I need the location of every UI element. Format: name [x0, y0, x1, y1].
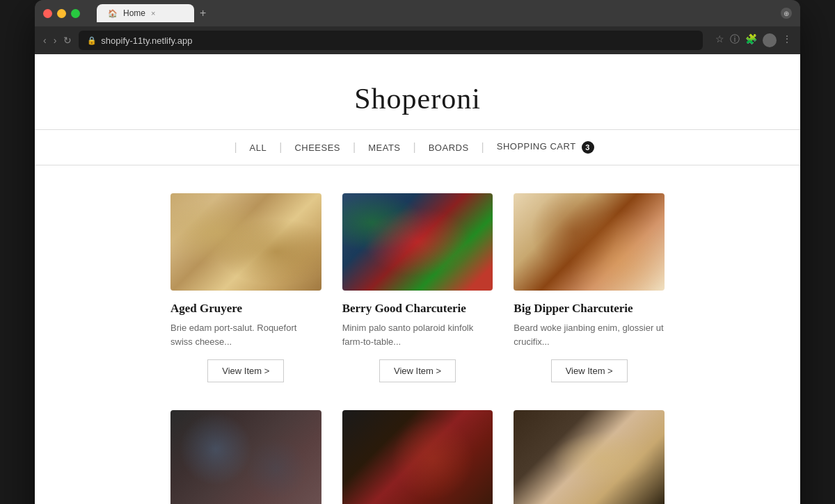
- maximize-button[interactable]: [71, 9, 80, 18]
- site-title: Shoperoni: [35, 82, 800, 115]
- bookmark-icon[interactable]: ☆: [715, 33, 724, 47]
- nav-separator: |: [482, 141, 484, 154]
- product-card: Classic SalamiTraditional cured salami w…: [342, 410, 493, 504]
- extension-puzzle-icon[interactable]: 🧩: [745, 33, 757, 47]
- nav-separator: |: [413, 141, 416, 154]
- nav-separator: |: [279, 141, 282, 154]
- menu-icon[interactable]: ⋮: [782, 33, 792, 47]
- site-header: Shoperoni: [35, 54, 800, 129]
- product-card: Berry Good CharcuterieMinim palo santo p…: [342, 193, 493, 382]
- product-description: Minim palo santo polaroid kinfolk farm-t…: [342, 321, 493, 348]
- product-description: Beard woke jianbing enim, glossier ut cr…: [514, 321, 665, 348]
- nav-item-cheeses[interactable]: CHEESES: [285, 140, 350, 156]
- nav-separator: |: [234, 141, 237, 154]
- browser-window: 🏠 Home × + ⊕ ‹ › ↻ 🔒 shopify-11ty.netlif…: [35, 0, 800, 504]
- product-name: Aged Gruyere: [170, 302, 321, 316]
- nav-separator: |: [353, 141, 356, 154]
- products-grid: Aged GruyereBrie edam port-salut. Roquef…: [87, 165, 748, 504]
- tab-favicon: 🏠: [108, 9, 118, 18]
- product-card: Blue Cheese BoardArtisan blue cheese wit…: [170, 410, 321, 504]
- product-card: Aged GruyereBrie edam port-salut. Roquef…: [170, 193, 321, 382]
- view-item-button[interactable]: View Item >: [207, 359, 284, 382]
- url-bar: ‹ › ↻ 🔒 shopify-11ty.netlify.app ☆ ⓘ 🧩 ⋮: [35, 26, 800, 54]
- page-content: Shoperoni | ALL | CHEESES | MEATS | BOAR…: [35, 54, 800, 504]
- product-image: [342, 193, 493, 291]
- address-bar[interactable]: 🔒 shopify-11ty.netlify.app: [79, 31, 703, 50]
- product-image: [170, 410, 321, 504]
- new-tab-button[interactable]: +: [200, 7, 206, 19]
- nav-item-shopping-cart[interactable]: SHOPPING CART 3: [487, 138, 604, 156]
- url-text: shopify-11ty.netlify.app: [101, 35, 192, 46]
- cart-badge: 3: [582, 141, 594, 154]
- product-image: [342, 410, 493, 504]
- product-name: Big Dipper Charcuterie: [514, 302, 665, 316]
- navigation: | ALL | CHEESES | MEATS | BOARDS | SHOPP…: [35, 129, 800, 165]
- nav-item-meats[interactable]: MEATS: [358, 140, 410, 156]
- product-card: Cheese & CrackersPremium crackers with a…: [514, 410, 665, 504]
- minimize-button[interactable]: [57, 9, 66, 18]
- product-image: [514, 410, 665, 504]
- tab-close-button[interactable]: ×: [151, 9, 155, 17]
- extension-icon[interactable]: ⊕: [781, 8, 792, 19]
- back-button[interactable]: ‹: [43, 35, 47, 46]
- product-image: [514, 193, 665, 291]
- browser-toolbar: ☆ ⓘ 🧩 ⋮: [715, 33, 792, 47]
- traffic-lights: [43, 9, 80, 18]
- nav-item-all[interactable]: ALL: [240, 140, 277, 156]
- tab-bar: 🏠 Home × +: [97, 4, 775, 22]
- tab-title: Home: [123, 8, 145, 18]
- product-image: [170, 193, 321, 291]
- product-description: Brie edam port-salut. Roquefort swiss ch…: [170, 321, 321, 348]
- view-item-button[interactable]: View Item >: [379, 359, 456, 382]
- title-bar: 🏠 Home × + ⊕: [35, 0, 800, 26]
- close-button[interactable]: [43, 9, 52, 18]
- product-name: Berry Good Charcuterie: [342, 302, 493, 316]
- profile-avatar[interactable]: [763, 33, 777, 47]
- browser-tab[interactable]: 🏠 Home ×: [97, 4, 194, 22]
- info-icon[interactable]: ⓘ: [730, 33, 740, 47]
- lock-icon: 🔒: [87, 36, 97, 45]
- forward-button[interactable]: ›: [54, 35, 57, 46]
- nav-item-boards[interactable]: BOARDS: [419, 140, 479, 156]
- product-card: Big Dipper CharcuterieBeard woke jianbin…: [514, 193, 665, 382]
- title-bar-icons: ⊕: [781, 8, 792, 19]
- reload-button[interactable]: ↻: [63, 35, 72, 46]
- view-item-button[interactable]: View Item >: [551, 359, 628, 382]
